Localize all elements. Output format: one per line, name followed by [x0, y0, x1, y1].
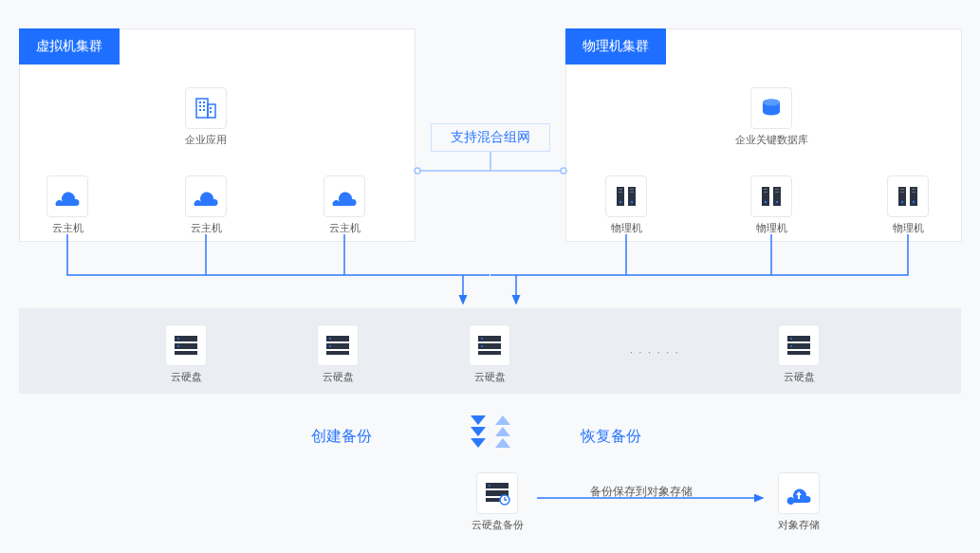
cloud-host-label: 云主机 [314, 221, 375, 235]
cloud-disk-1: 云硬盘 [156, 324, 216, 384]
svg-point-44 [329, 338, 331, 340]
svg-point-27 [776, 201, 778, 203]
object-storage-label: 对象存储 [768, 518, 829, 532]
svg-rect-8 [210, 107, 212, 109]
enterprise-db-label: 企业关键数据库 [733, 133, 809, 147]
svg-rect-14 [619, 189, 622, 190]
disk-backup-node: 云硬盘备份 [459, 472, 535, 532]
create-backup-arrows [471, 415, 486, 448]
cloud-disk-3: 云硬盘 [459, 324, 520, 384]
svg-rect-24 [764, 192, 767, 193]
svg-rect-30 [900, 189, 904, 190]
svg-rect-48 [478, 351, 501, 355]
svg-point-26 [765, 201, 767, 203]
svg-point-45 [329, 345, 331, 347]
cloud-disk-label: 云硬盘 [156, 370, 216, 384]
cloud-host-label: 云主机 [37, 221, 98, 235]
svg-rect-43 [326, 351, 349, 355]
enterprise-app-label: 企业应用 [176, 133, 236, 147]
cloud-disk-label: 云硬盘 [459, 370, 520, 384]
svg-rect-9 [210, 111, 212, 113]
svg-rect-53 [787, 351, 810, 355]
svg-rect-17 [630, 192, 634, 193]
physical-host-3: 物理机 [878, 175, 938, 235]
disk-icon [165, 324, 207, 366]
svg-point-19 [631, 201, 633, 203]
vm-cluster-title: 虚拟机集群 [19, 28, 120, 65]
database-icon [750, 87, 792, 129]
physical-host-2: 物理机 [741, 175, 802, 235]
svg-point-34 [901, 201, 903, 203]
enterprise-app-node: 企业应用 [176, 87, 236, 147]
cloud-disk-4: 云硬盘 [768, 324, 829, 384]
cloud-host-2: 云主机 [176, 175, 236, 235]
svg-point-54 [790, 338, 792, 340]
svg-point-50 [481, 345, 483, 347]
svg-rect-6 [199, 109, 201, 111]
enterprise-db-node: 企业关键数据库 [733, 87, 809, 147]
create-backup-label: 创建备份 [311, 427, 372, 447]
svg-rect-22 [764, 189, 767, 190]
svg-rect-5 [203, 105, 205, 107]
svg-rect-15 [630, 189, 634, 190]
ellipsis: · · · · · · [630, 347, 680, 358]
disk-backup-label: 云硬盘备份 [459, 518, 535, 532]
object-storage-node: 对象存储 [768, 472, 829, 532]
physical-host-label: 物理机 [741, 221, 802, 235]
cloud-host-1: 云主机 [37, 175, 98, 235]
svg-rect-25 [775, 192, 779, 193]
svg-rect-38 [175, 351, 197, 355]
pm-cluster-title: 物理机集群 [565, 28, 666, 65]
svg-rect-16 [619, 192, 622, 193]
cloud-host-label: 云主机 [176, 221, 236, 235]
svg-point-11 [763, 100, 780, 106]
cloud-upload-icon [778, 472, 820, 514]
cloud-icon [324, 175, 365, 217]
save-to-object-label: 备份保存到对象存储 [590, 484, 693, 500]
svg-rect-33 [912, 192, 915, 193]
svg-rect-7 [203, 109, 205, 111]
cloud-disk-2: 云硬盘 [307, 324, 368, 384]
cloud-icon [185, 175, 227, 217]
svg-rect-32 [900, 192, 904, 193]
cloud-host-3: 云主机 [314, 175, 375, 235]
physical-host-1: 物理机 [596, 175, 656, 235]
disk-icon [469, 324, 510, 366]
server-icon [887, 175, 929, 217]
restore-backup-label: 恢复备份 [581, 427, 641, 447]
hybrid-network-label: 支持混合组网 [431, 123, 550, 152]
cloud-icon [46, 175, 88, 217]
svg-rect-2 [199, 101, 201, 103]
disk-icon [317, 324, 359, 366]
disk-icon [778, 324, 820, 366]
svg-point-49 [481, 338, 483, 340]
physical-host-label: 物理机 [596, 221, 656, 235]
svg-point-39 [177, 338, 179, 340]
server-icon [750, 175, 792, 217]
svg-rect-3 [203, 101, 205, 103]
cloud-disk-label: 云硬盘 [307, 370, 368, 384]
svg-rect-23 [775, 189, 779, 190]
building-icon [185, 87, 227, 129]
svg-point-59 [489, 485, 490, 487]
svg-rect-4 [199, 105, 201, 107]
svg-point-40 [177, 345, 179, 347]
restore-backup-arrows [495, 415, 510, 448]
svg-rect-0 [196, 99, 208, 118]
svg-point-55 [790, 345, 792, 347]
server-icon [605, 175, 647, 217]
svg-point-35 [913, 201, 915, 203]
svg-rect-31 [912, 189, 915, 190]
svg-point-18 [619, 201, 621, 203]
disk-backup-icon [476, 472, 518, 514]
cloud-disk-label: 云硬盘 [768, 370, 829, 384]
physical-host-label: 物理机 [878, 221, 938, 235]
